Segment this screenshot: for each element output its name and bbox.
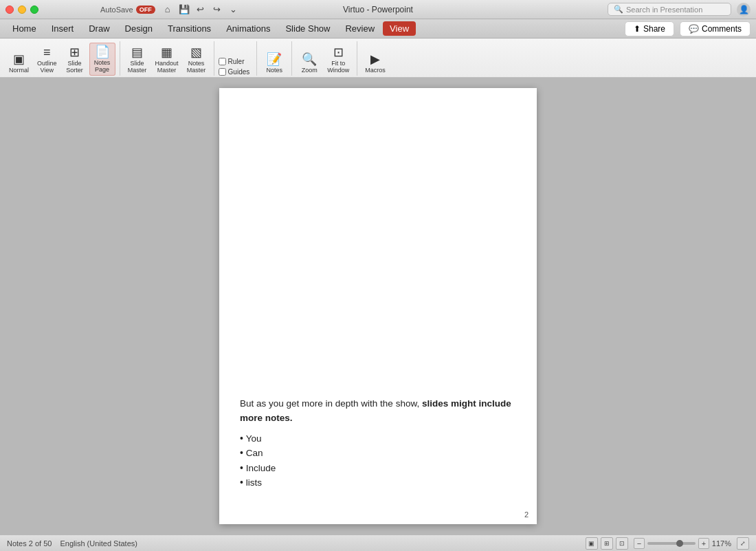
ribbon-notes-page-btn[interactable]: 📄 NotesPage <box>89 43 115 76</box>
autosave-label: AutoSave <box>100 6 133 14</box>
notes-icon: 📝 <box>267 53 282 65</box>
separator-3 <box>256 41 257 76</box>
macros-label: Macros <box>365 67 386 74</box>
language-label: English (United States) <box>60 539 137 548</box>
slide-number: 2 <box>524 510 529 519</box>
save-icon[interactable]: 💾 <box>177 3 191 17</box>
view-icons: ▣ ⊞ ⊡ <box>586 537 628 550</box>
guides-label: Guides <box>228 68 250 76</box>
menu-transitions[interactable]: Transitions <box>161 21 218 36</box>
slide-area[interactable]: But as you get more in depth with the sh… <box>0 78 756 534</box>
ribbon-slide-master-btn[interactable]: ▤ SlideMaster <box>124 44 151 76</box>
search-placeholder: Search in Presentation <box>626 6 702 14</box>
grid-view-icon[interactable]: ⊞ <box>601 537 613 550</box>
bullet-item-can: Can <box>240 446 516 460</box>
menu-slideshow[interactable]: Slide Show <box>278 21 337 36</box>
menu-insert[interactable]: Insert <box>45 21 81 36</box>
ribbon-notes-master-btn[interactable]: ▧ NotesMaster <box>184 44 210 76</box>
bullet-item-you: You <box>240 431 516 446</box>
zoom-out-btn[interactable]: − <box>634 538 645 549</box>
menu-view[interactable]: View <box>383 21 416 36</box>
menu-animations[interactable]: Animations <box>219 21 277 36</box>
normal-view-icon[interactable]: ▣ <box>586 537 598 550</box>
autosave-toggle[interactable]: OFF <box>136 6 155 14</box>
macros-icon: ▶ <box>370 53 380 65</box>
sorter-label: SlideSorter <box>66 60 83 74</box>
title-bar-right: 🔍 Search in Presentation 👤 <box>608 3 751 17</box>
status-right: ▣ ⊞ ⊡ − + 117% ⤢ <box>586 537 749 550</box>
redo-icon[interactable]: ↪ <box>210 3 224 17</box>
app-title: Virtuo - Powerpoint <box>343 5 413 14</box>
slide: But as you get more in depth with the sh… <box>219 88 537 524</box>
comments-button[interactable]: 💬 Comments <box>680 21 751 36</box>
ruler-checkbox-item[interactable]: Ruler <box>219 58 250 65</box>
menu-draw[interactable]: Draw <box>82 21 116 36</box>
ribbon-master-items: ▤ SlideMaster ▦ HandoutMaster ▧ NotesMas… <box>124 44 210 76</box>
zoom-percent: 117% <box>712 539 731 548</box>
menu-right: ⬆ Share 💬 Comments <box>625 21 751 36</box>
ruler-checkbox[interactable] <box>219 58 226 65</box>
ribbon-fit-window-btn[interactable]: ⊡ Fit toWindow <box>324 44 353 76</box>
zoom-label: Zoom <box>302 67 318 74</box>
share-label: Share <box>643 24 665 34</box>
main-area: But as you get more in depth with the sh… <box>0 78 756 534</box>
ruler-label: Ruler <box>228 58 245 65</box>
ribbon-sorter-btn[interactable]: ⊞ SlideSorter <box>62 44 88 76</box>
slide-master-label: SlideMaster <box>128 60 147 74</box>
home-icon[interactable]: ⌂ <box>161 3 175 17</box>
slide-master-icon: ▤ <box>131 46 143 58</box>
slide-intro-normal: But as you get more in depth with the sh… <box>240 398 422 409</box>
notes-master-label: NotesMaster <box>187 60 206 74</box>
undo-icon[interactable]: ↩ <box>194 3 208 17</box>
separator-4 <box>291 41 292 76</box>
ribbon-view-group: ▣ Normal ≡ OutlineView ⊞ SlideSorter 📄 N… <box>5 43 115 76</box>
comments-label: Comments <box>702 24 742 34</box>
ribbon-normal-btn[interactable]: ▣ Normal <box>5 51 32 76</box>
search-icon: 🔍 <box>614 5 623 14</box>
ribbon-show-group: Ruler Guides <box>219 58 250 76</box>
close-button[interactable] <box>5 6 14 14</box>
ribbon-master-group: ▤ SlideMaster ▦ HandoutMaster ▧ NotesMas… <box>124 44 210 76</box>
handout-master-label: HandoutMaster <box>155 60 179 74</box>
guides-checkbox-item[interactable]: Guides <box>219 68 250 76</box>
slide-bullet-list: You Can Include lists <box>240 431 516 490</box>
guides-checkbox[interactable] <box>219 68 226 76</box>
comments-icon: 💬 <box>689 24 699 34</box>
share-button[interactable]: ⬆ Share <box>625 21 674 36</box>
maximize-button[interactable] <box>30 6 38 14</box>
outline-label: OutlineView <box>37 60 57 74</box>
ribbon-view-items: ▣ Normal ≡ OutlineView ⊞ SlideSorter 📄 N… <box>5 43 115 76</box>
quick-toolbar: ⌂ 💾 ↩ ↪ ⌄ <box>161 3 241 17</box>
slide-intro: But as you get more in depth with the sh… <box>240 396 516 426</box>
ribbon-zoom-group: 🔍 Zoom ⊡ Fit toWindow <box>296 44 353 76</box>
menu-design[interactable]: Design <box>118 21 159 36</box>
ribbon-zoom-btn[interactable]: 🔍 Zoom <box>296 51 322 76</box>
ribbon-zoom-items: 🔍 Zoom ⊡ Fit toWindow <box>296 44 353 76</box>
zoom-slider-thumb[interactable] <box>676 540 683 547</box>
more-icon[interactable]: ⌄ <box>227 3 241 17</box>
fit-window-label: Fit toWindow <box>327 60 349 74</box>
notes-count: Notes 2 of 50 <box>7 539 52 548</box>
user-icon[interactable]: 👤 <box>737 3 751 17</box>
menu-review[interactable]: Review <box>338 21 381 36</box>
minimize-button[interactable] <box>18 6 26 14</box>
sorter-icon: ⊞ <box>69 46 80 58</box>
separator-1 <box>120 41 120 76</box>
ribbon-handout-master-btn[interactable]: ▦ HandoutMaster <box>152 44 182 76</box>
fit-view-icon[interactable]: ⊡ <box>616 537 628 550</box>
ribbon-macros-btn[interactable]: ▶ Macros <box>362 51 389 76</box>
status-bar: Notes 2 of 50 English (United States) ▣ … <box>0 534 756 551</box>
zoom-in-btn[interactable]: + <box>698 538 709 549</box>
menu-home[interactable]: Home <box>5 21 43 36</box>
notes-page-label: NotesPage <box>94 59 111 73</box>
autosave-area: AutoSave OFF <box>100 6 155 14</box>
separator-2 <box>214 41 214 76</box>
normal-icon: ▣ <box>13 53 25 65</box>
ribbon-notes-btn[interactable]: 📝 Notes <box>261 51 287 76</box>
fullscreen-btn[interactable]: ⤢ <box>737 537 749 550</box>
ribbon-outline-btn[interactable]: ≡ OutlineView <box>34 44 60 76</box>
search-bar[interactable]: 🔍 Search in Presentation <box>608 3 731 16</box>
menu-bar: Home Insert Draw Design Transitions Anim… <box>0 19 756 39</box>
zoom-icon: 🔍 <box>302 53 317 65</box>
zoom-slider[interactable] <box>647 542 696 545</box>
